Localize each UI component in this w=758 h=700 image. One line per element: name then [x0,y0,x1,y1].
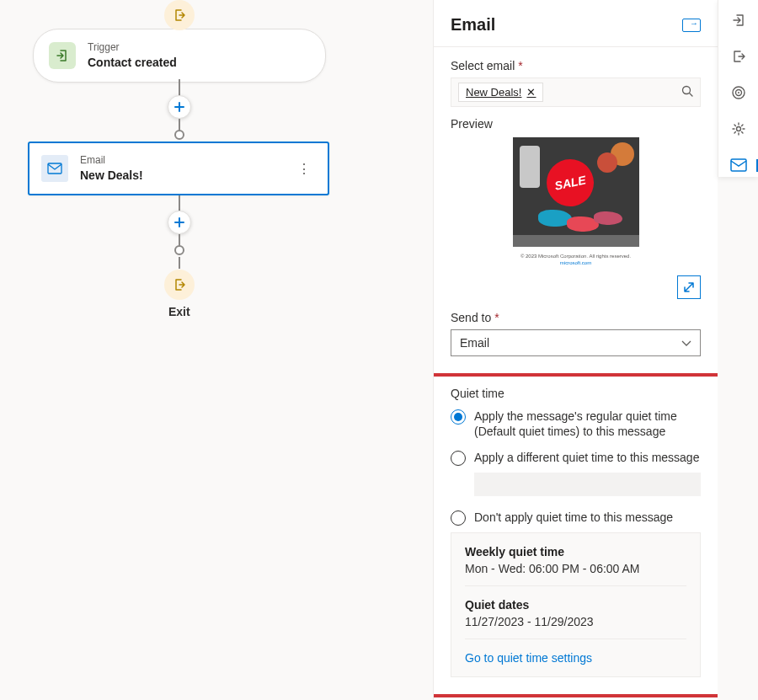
weekly-quiet-title: Weekly quiet time [465,545,686,558]
rail-enter-icon[interactable] [722,8,755,31]
preview-image: SALE [513,137,639,247]
radio-icon [451,409,466,425]
exit-node-icon [164,0,195,30]
svg-rect-0 [48,163,61,174]
quiet-time-label: Quiet time [451,387,701,400]
trigger-enter-icon [49,42,76,69]
connector-endpoint [174,245,184,255]
mail-icon [41,155,68,182]
add-step-button-2[interactable] [168,211,191,234]
add-step-button-1[interactable] [168,95,191,119]
rail-mail-icon[interactable] [722,154,755,177]
quiet-dates-value: 11/27/2023 - 11/29/2023 [465,615,686,628]
email-chip-input[interactable]: New Deals! ✕ [451,77,701,107]
email-node-title: New Deals! [80,168,292,183]
journey-canvas[interactable]: Trigger Contact created Email New Deals!… [0,0,433,700]
radio-icon [451,451,466,466]
quiet-option-none[interactable]: Don't apply quiet time to this message [451,510,701,526]
exit-node[interactable] [164,270,195,300]
exit-label: Exit [168,305,190,318]
connector-line [179,119,180,131]
trigger-label: Trigger [88,41,310,55]
email-node-more-button[interactable]: ⋮ [292,161,316,177]
send-to-label: Send to * [451,311,701,324]
rail-exit-icon[interactable] [722,45,755,67]
search-icon[interactable] [681,85,693,100]
panel-title: Email [451,15,495,35]
weekly-quiet-value: Mon - Wed: 06:00 PM - 06:00 AM [465,562,686,575]
connector-line [179,195,180,211]
quiet-dates-title: Quiet dates [465,598,686,612]
connector-line [179,79,180,96]
select-email-label: Select email * [451,59,701,72]
email-node[interactable]: Email New Deals! ⋮ [28,142,329,195]
selected-email-chip[interactable]: New Deals! ✕ [458,83,543,102]
expand-preview-button[interactable] [677,275,701,299]
email-node-label: Email [80,154,292,168]
panel-header: Email [434,0,718,47]
preview-caption: © 2023 Microsoft Corporation. All rights… [520,254,631,267]
send-to-select[interactable]: Email [451,329,701,356]
connector-endpoint [174,130,184,140]
right-rail [718,0,758,177]
trigger-node[interactable]: Trigger Contact created [33,29,326,83]
quiet-option-different[interactable]: Apply a different quiet time to this mes… [451,450,701,466]
connector-line [179,257,180,269]
email-preview: SALE © 2023 Microsoft Corporation. All r… [451,137,701,267]
quiet-time-section: Quiet time Apply the message's regular q… [433,373,718,698]
remove-chip-icon[interactable]: ✕ [526,86,536,99]
trigger-title: Contact created [88,55,310,70]
rail-gear-icon[interactable] [722,118,755,141]
preview-label: Preview [451,117,701,131]
svg-point-4 [738,92,739,94]
rail-target-icon[interactable] [722,81,755,104]
quiet-option-regular[interactable]: Apply the message's regular quiet time (… [451,409,701,441]
svg-rect-6 [731,159,746,171]
quiet-settings-link[interactable]: Go to quiet time settings [465,651,686,665]
svg-point-5 [736,127,740,131]
chevron-down-icon [681,336,691,350]
email-settings-panel: Email Select email * New Deals! ✕ Previe… [433,0,718,700]
radio-icon [451,510,466,526]
panel-type-icon [682,19,701,32]
quiet-time-summary-card: Weekly quiet time Mon - Wed: 06:00 PM - … [451,532,701,677]
connector-line [179,234,180,246]
different-quiet-time-input[interactable] [474,473,701,496]
